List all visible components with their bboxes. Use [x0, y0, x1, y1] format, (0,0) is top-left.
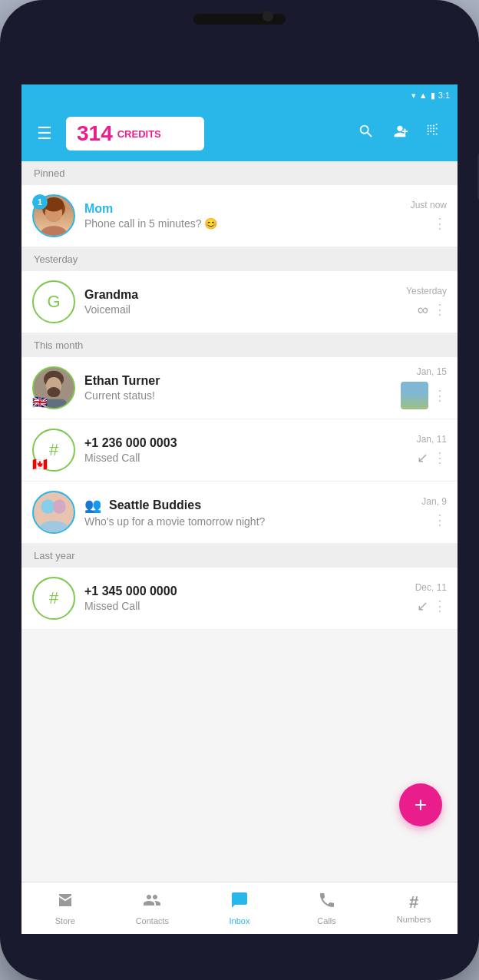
- nav-store[interactable]: Store: [21, 886, 109, 930]
- menu-icon[interactable]: ☰: [31, 118, 58, 150]
- conv-time-mom: Just now: [411, 200, 447, 210]
- app-bar: ☰ 314 CREDITS: [21, 106, 458, 161]
- wifi-icon: ▾: [411, 91, 416, 101]
- conv-meta-grandma: Yesterday ∞ ⋮: [406, 286, 447, 319]
- dialpad-icon[interactable]: [419, 117, 448, 151]
- conv-actions-seattle: ⋮: [433, 512, 447, 528]
- conv-preview-grandma: Voicemail: [84, 303, 397, 316]
- bottom-nav: Store Contacts Inbox Calls: [21, 882, 458, 934]
- svg-point-11: [53, 499, 66, 514]
- more-icon-seattle[interactable]: ⋮: [433, 512, 447, 528]
- nav-inbox[interactable]: Inbox: [196, 886, 283, 930]
- grandma-initial: G: [32, 280, 75, 323]
- conv-preview-ethan: Current status!: [84, 389, 391, 402]
- conversation-list: Pinned: [21, 161, 458, 882]
- svg-point-12: [39, 521, 68, 532]
- section-yesterday: Yesterday: [21, 247, 458, 271]
- conv-preview-phone1: Missed Call: [84, 452, 408, 464]
- avatar-seattle: [32, 491, 75, 534]
- flag-phone1: 🇨🇦: [32, 457, 48, 472]
- search-icon[interactable]: [352, 117, 381, 151]
- conv-content-mom: Mom Phone call in 5 minutes? 😊: [84, 202, 401, 230]
- conv-actions-phone1: ↙ ⋮: [417, 449, 447, 466]
- more-icon-phone1[interactable]: ⋮: [433, 449, 447, 466]
- conv-preview-mom: Phone call in 5 minutes? 😊: [84, 217, 401, 230]
- more-icon-ethan[interactable]: ⋮: [433, 387, 447, 404]
- section-this-month: This month: [21, 333, 458, 357]
- svg-point-5: [41, 226, 66, 236]
- phone-screen: ▾ ▲ ▮ 3:1 ☰ 314 CREDITS: [21, 84, 458, 934]
- conv-time-ethan: Jan, 15: [417, 366, 447, 377]
- conv-time-seattle: Jan, 9: [421, 496, 447, 507]
- numbers-icon: #: [409, 892, 418, 912]
- conv-meta-mom: Just now ⋮: [411, 200, 447, 232]
- credits-label: CREDITS: [117, 128, 161, 140]
- conv-time-phone1: Jan, 11: [417, 434, 447, 445]
- app-bar-icons: [352, 117, 448, 151]
- contacts-icon: [143, 891, 161, 914]
- svg-point-8: [48, 387, 61, 397]
- conv-name-phone1: +1 236 000 0003: [84, 436, 408, 450]
- thumbnail-ethan: [401, 382, 428, 409]
- voicemail-icon: ∞: [418, 301, 428, 319]
- signal-icon: ▲: [419, 91, 428, 100]
- numbers-label: Numbers: [397, 915, 431, 924]
- flag-ethan: 🇬🇧: [32, 395, 48, 409]
- conv-meta-phone1: Jan, 11 ↙ ⋮: [417, 434, 447, 466]
- conv-item-phone2[interactable]: # +1 345 000 0000 Missed Call Dec, 11 ↙ …: [21, 568, 458, 630]
- conv-item-grandma[interactable]: G Grandma Voicemail Yesterday ∞ ⋮: [21, 271, 458, 333]
- conv-content-grandma: Grandma Voicemail: [84, 288, 397, 316]
- conv-content-phone1: +1 236 000 0003 Missed Call: [84, 436, 408, 464]
- battery-icon: ▮: [431, 91, 435, 101]
- conv-content-ethan: Ethan Turner Current status!: [84, 374, 391, 402]
- missed-call-icon-phone2: ↙: [417, 598, 428, 614]
- conv-preview-phone2: Missed Call: [84, 600, 406, 612]
- conv-item-phone1[interactable]: # 🇨🇦 +1 236 000 0003 Missed Call Jan, 11…: [21, 419, 458, 482]
- front-camera: [263, 11, 273, 22]
- conv-name-mom: Mom: [84, 202, 401, 216]
- conv-meta-ethan: Jan, 15 ⋮: [401, 366, 447, 409]
- more-icon-grandma[interactable]: ⋮: [433, 301, 447, 318]
- fab-new-conversation[interactable]: +: [399, 783, 442, 826]
- conv-item-ethan[interactable]: 🇬🇧 Ethan Turner Current status! Jan, 15 …: [21, 357, 458, 419]
- more-icon-phone2[interactable]: ⋮: [433, 598, 447, 614]
- avatar-grandma: G: [32, 280, 75, 323]
- status-icons: ▾ ▲ ▮ 3:1: [411, 91, 450, 101]
- store-icon: [56, 891, 74, 914]
- avatar-ethan: 🇬🇧: [32, 366, 75, 409]
- conv-name-seattle: 👥 Seattle Buddies: [84, 497, 412, 514]
- conv-item-seattle[interactable]: 👥 Seattle Buddies Who's up for a movie t…: [21, 482, 458, 544]
- conv-actions-ethan: ⋮: [401, 382, 447, 409]
- credits-number: 314: [77, 121, 113, 146]
- calls-label: Calls: [317, 916, 335, 925]
- conv-preview-seattle: Who's up for a movie tomorrow night?: [84, 515, 412, 528]
- phone-shell: ▾ ▲ ▮ 3:1 ☰ 314 CREDITS: [0, 0, 479, 980]
- nav-numbers[interactable]: # Numbers: [370, 888, 458, 929]
- missed-call-icon-phone1: ↙: [417, 449, 428, 466]
- avatar-phone2: #: [32, 577, 75, 620]
- avatar-mom: 1: [32, 194, 75, 237]
- contact-icon[interactable]: [385, 117, 415, 151]
- calls-icon: [318, 891, 336, 914]
- section-pinned: Pinned: [21, 161, 458, 185]
- status-bar: ▾ ▲ ▮ 3:1: [21, 84, 458, 106]
- status-time: 3:1: [438, 91, 450, 100]
- nav-contacts[interactable]: Contacts: [109, 886, 197, 930]
- conv-item-mom[interactable]: 1 Mom Phone call in 5 minutes? 😊 Just no…: [21, 185, 458, 247]
- inbox-icon: [230, 891, 249, 914]
- more-icon-mom[interactable]: ⋮: [433, 215, 447, 232]
- conv-name-ethan: Ethan Turner: [84, 374, 391, 388]
- nav-calls[interactable]: Calls: [283, 886, 371, 930]
- phone2-initial: #: [32, 577, 75, 620]
- conv-content-seattle: 👥 Seattle Buddies Who's up for a movie t…: [84, 497, 412, 528]
- conv-time-phone2: Dec, 11: [415, 582, 447, 593]
- conv-time-grandma: Yesterday: [406, 286, 447, 296]
- contacts-label: Contacts: [136, 916, 169, 925]
- conv-meta-seattle: Jan, 9 ⋮: [421, 496, 447, 528]
- svg-rect-1: [402, 131, 408, 132]
- avatar-phone1: # 🇨🇦: [32, 429, 75, 472]
- store-label: Store: [55, 916, 75, 925]
- conv-name-phone2: +1 345 000 0000: [84, 584, 406, 598]
- conv-meta-phone2: Dec, 11 ↙ ⋮: [415, 582, 447, 614]
- credits-badge[interactable]: 314 CREDITS: [66, 117, 204, 151]
